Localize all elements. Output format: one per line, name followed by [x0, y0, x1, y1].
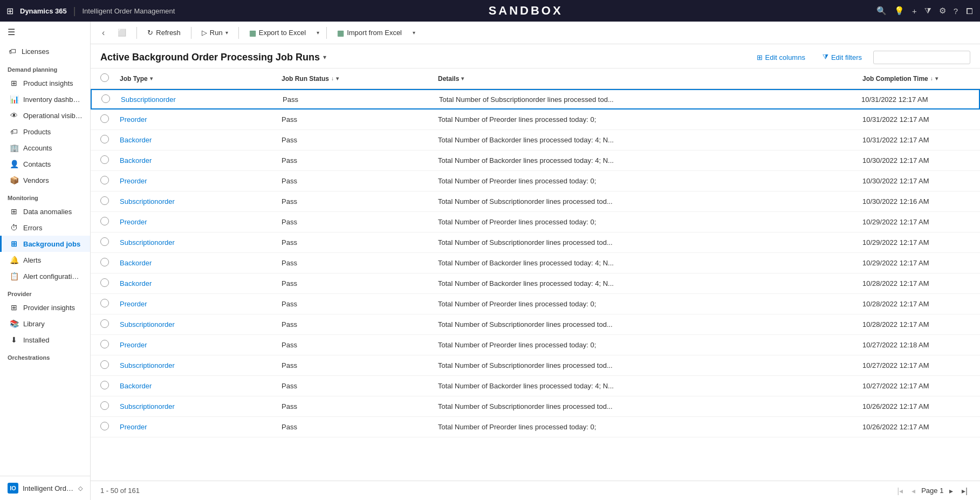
search-input[interactable]: [873, 51, 970, 64]
back-button[interactable]: ‹: [97, 25, 109, 41]
waffle-icon[interactable]: ⊞: [6, 6, 13, 16]
row-checkbox-15[interactable]: [100, 401, 120, 412]
row-check-12[interactable]: [100, 340, 109, 348]
table-row[interactable]: Preorder Pass Total Number of Preorder l…: [91, 335, 980, 355]
table-row[interactable]: Subscriptionorder Pass Total Number of S…: [91, 355, 980, 376]
column-header-job-type[interactable]: Job Type ▾: [120, 75, 282, 83]
row-check-14[interactable]: [100, 381, 109, 389]
row-check-2[interactable]: [100, 135, 109, 143]
sidebar-hamburger[interactable]: ☰: [0, 22, 90, 43]
view-button[interactable]: ⬜: [112, 25, 132, 40]
row-checkbox-0[interactable]: [101, 94, 121, 105]
row-check-5[interactable]: [100, 196, 109, 205]
row-checkbox-16[interactable]: [100, 422, 120, 432]
row-checkbox-7[interactable]: [100, 237, 120, 248]
sidebar-item-data-anomalies[interactable]: ⊞ Data anomalies: [0, 203, 90, 220]
column-job-type-label: Job Type: [120, 75, 148, 83]
table-row[interactable]: Backorder Pass Total Number of Backorder…: [91, 130, 980, 150]
table-row[interactable]: Subscriptionorder Pass Total Number of S…: [91, 396, 980, 417]
sidebar-item-inventory-dashboard[interactable]: 📊 Inventory dashbo...: [0, 91, 90, 107]
table-row[interactable]: Preorder Pass Total Number of Preorder l…: [91, 294, 980, 314]
row-check-7[interactable]: [100, 237, 109, 246]
row-check-3[interactable]: [100, 155, 109, 164]
row-check-13[interactable]: [100, 360, 109, 369]
table-row[interactable]: Preorder Pass Total Number of Preorder l…: [91, 417, 980, 437]
run-dropdown-icon[interactable]: ▾: [225, 30, 228, 36]
row-check-9[interactable]: [100, 278, 109, 287]
table-row[interactable]: Subscriptionorder Pass Total Number of S…: [91, 89, 980, 109]
next-page-button[interactable]: ▸: [947, 485, 956, 496]
table-row[interactable]: Subscriptionorder Pass Total Number of S…: [91, 191, 980, 212]
row-check-1[interactable]: [100, 114, 109, 123]
app-switcher-icon[interactable]: ⧠: [965, 6, 974, 16]
row-checkbox-11[interactable]: [100, 319, 120, 330]
table-row[interactable]: Preorder Pass Total Number of Preorder l…: [91, 171, 980, 191]
row-checkbox-2[interactable]: [100, 135, 120, 145]
import-button[interactable]: ▦ Import from Excel: [331, 25, 408, 40]
page-title-dropdown-icon[interactable]: ▾: [323, 53, 326, 61]
row-checkbox-12[interactable]: [100, 340, 120, 350]
refresh-button[interactable]: ↻ Refresh: [141, 25, 187, 40]
help-icon[interactable]: ?: [954, 6, 958, 16]
search-icon[interactable]: 🔍: [876, 6, 887, 16]
table-row[interactable]: Subscriptionorder Pass Total Number of S…: [91, 232, 980, 253]
row-checkbox-6[interactable]: [100, 217, 120, 227]
row-checkbox-4[interactable]: [100, 176, 120, 186]
row-checkbox-3[interactable]: [100, 155, 120, 166]
run-button[interactable]: ▷ Run ▾: [196, 25, 234, 40]
sidebar-item-contacts[interactable]: 👤 Contacts: [0, 156, 90, 172]
export-dropdown-button[interactable]: ▾: [314, 26, 322, 39]
sidebar-item-accounts[interactable]: 🏢 Accounts: [0, 140, 90, 156]
row-checkbox-10[interactable]: [100, 299, 120, 309]
lightbulb-icon[interactable]: 💡: [894, 6, 904, 16]
sidebar-item-product-insights[interactable]: ⊞ Product insights: [0, 75, 90, 91]
sidebar-licenses[interactable]: 🏷 Licenses: [0, 43, 90, 60]
row-checkbox-1[interactable]: [100, 114, 120, 125]
sidebar-item-provider-insights[interactable]: ⊞ Provider insights: [0, 299, 90, 316]
table-row[interactable]: Preorder Pass Total Number of Preorder l…: [91, 109, 980, 130]
row-check-8[interactable]: [100, 258, 109, 266]
sidebar-item-operational-visibility[interactable]: 👁 Operational visibil...: [0, 107, 90, 124]
column-header-completion[interactable]: Job Completion Time ↓ ▾: [862, 75, 970, 83]
table-row[interactable]: Preorder Pass Total Number of Preorder l…: [91, 212, 980, 232]
sidebar-item-errors[interactable]: ⏱ Errors: [0, 220, 90, 236]
row-checkbox-5[interactable]: [100, 196, 120, 207]
row-checkbox-8[interactable]: [100, 258, 120, 268]
sidebar-item-vendors[interactable]: 📦 Vendors: [0, 172, 90, 188]
row-check-11[interactable]: [100, 319, 109, 328]
column-header-status[interactable]: Job Run Status ↓ ▾: [282, 75, 438, 83]
edit-columns-button[interactable]: ⊞ Edit columns: [751, 50, 811, 65]
sidebar-item-library[interactable]: 📚 Library: [0, 316, 90, 332]
select-all-checkbox[interactable]: [100, 73, 109, 82]
add-icon[interactable]: +: [912, 6, 917, 16]
row-checkbox-13[interactable]: [100, 360, 120, 371]
last-page-button[interactable]: ▸|: [959, 485, 970, 496]
row-checkbox-9[interactable]: [100, 278, 120, 289]
export-button[interactable]: ▦ Export to Excel: [243, 25, 312, 40]
table-row[interactable]: Backorder Pass Total Number of Backorder…: [91, 150, 980, 171]
row-check-10[interactable]: [100, 299, 109, 307]
row-check-16[interactable]: [100, 422, 109, 430]
sidebar-item-alerts[interactable]: 🔔 Alerts: [0, 252, 90, 268]
table-row[interactable]: Backorder Pass Total Number of Backorder…: [91, 253, 980, 273]
sidebar-item-installed[interactable]: ⬇ Installed: [0, 332, 90, 348]
edit-filters-button[interactable]: ⧩ Edit filters: [817, 50, 868, 65]
sidebar-item-alert-configurations[interactable]: 📋 Alert configurations: [0, 268, 90, 284]
sidebar-item-background-jobs[interactable]: ⊞ Background jobs: [0, 236, 90, 252]
row-check-6[interactable]: [100, 217, 109, 225]
row-check-15[interactable]: [100, 401, 109, 410]
sidebar-bottom-app[interactable]: IO Intelligent Order ... ◇: [0, 480, 90, 497]
row-checkbox-14[interactable]: [100, 381, 120, 391]
table-row[interactable]: Backorder Pass Total Number of Backorder…: [91, 376, 980, 396]
column-header-details[interactable]: Details ▾: [438, 75, 862, 83]
settings-icon[interactable]: ⚙: [939, 6, 946, 16]
prev-page-button[interactable]: ◂: [909, 485, 918, 496]
filter-icon[interactable]: ⧩: [924, 6, 931, 16]
row-check-4[interactable]: [100, 176, 109, 184]
table-row[interactable]: Subscriptionorder Pass Total Number of S…: [91, 314, 980, 335]
table-row[interactable]: Backorder Pass Total Number of Backorder…: [91, 273, 980, 294]
first-page-button[interactable]: |◂: [895, 485, 906, 496]
import-dropdown-button[interactable]: ▾: [410, 26, 418, 39]
row-check-0[interactable]: [101, 94, 110, 103]
sidebar-item-products[interactable]: 🏷 Products: [0, 124, 90, 140]
